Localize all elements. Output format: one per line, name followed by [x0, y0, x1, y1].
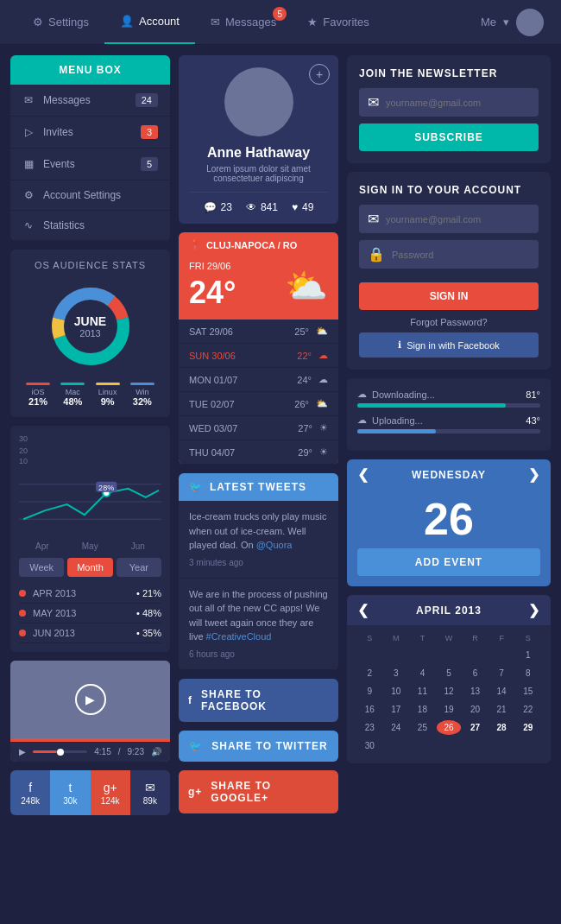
cal-day[interactable]: 6 [463, 666, 488, 680]
add-button[interactable]: + [309, 64, 330, 85]
facebook-icon: f [28, 781, 32, 794]
tweet-link-1[interactable]: @Quora [256, 540, 293, 550]
stats-apr: APR 2013 • 21% [19, 584, 161, 604]
cal-day[interactable]: 17 [384, 702, 409, 717]
tab-year[interactable]: Year [117, 558, 161, 577]
volume-icon[interactable]: 🔊 [151, 747, 161, 756]
video-screen: ▶ [10, 661, 170, 738]
menu-account-settings-label: Account Settings [43, 189, 121, 201]
weather-temp: 24° [189, 275, 236, 311]
cal-day[interactable]: 18 [410, 702, 435, 717]
cal-day[interactable]: 20 [463, 702, 488, 717]
nav-me[interactable]: Me ▾ [481, 9, 544, 36]
cal-day[interactable]: 4 [410, 666, 435, 680]
cal-day[interactable]: 29 [515, 720, 540, 735]
calendar-header: ❮ WEDNESDAY ❯ [347, 459, 551, 490]
statistics-icon: ∿ [22, 219, 35, 231]
subscribe-button[interactable]: SUBSCRIBE [359, 123, 539, 151]
cal-day[interactable]: 24 [384, 720, 409, 735]
profile-likes: ♥ 49 [292, 201, 313, 213]
tab-week[interactable]: Week [19, 558, 64, 577]
forgot-password-link[interactable]: Forgot Password? [359, 317, 539, 327]
video-controls: ▶ 4:15 / 9:23 🔊 [10, 742, 170, 762]
social-twitter[interactable]: t 30k [50, 770, 90, 815]
mini-cal-prev[interactable]: ❮ [357, 602, 369, 618]
tweet-text-1: Ice-cream trucks only play music when ou… [189, 511, 327, 550]
mini-calendar-title: APRIL 2013 [416, 604, 482, 617]
cal-day[interactable]: 27 [463, 720, 488, 735]
download-label: Downloading... [372, 389, 435, 400]
signin-password-input[interactable] [392, 250, 530, 260]
mini-calendar: ❮ APRIL 2013 ❯ S M T W R F S [347, 595, 551, 763]
nav-favorites[interactable]: ★ Favorites [292, 0, 384, 44]
cal-day[interactable]: 10 [384, 684, 409, 699]
calendar-prev[interactable]: ❮ [357, 466, 369, 483]
play-icon[interactable]: ▶ [19, 747, 26, 756]
upload-label: Uploading... [372, 415, 423, 426]
cal-day[interactable]: 16 [357, 702, 382, 717]
left-column: MENU BOX ✉ Messages 24 ▷ Invites 3 ▦ Eve… [10, 55, 170, 815]
menu-events[interactable]: ▦ Events 5 [10, 149, 170, 180]
main-content: MENU BOX ✉ Messages 24 ▷ Invites 3 ▦ Eve… [0, 45, 561, 826]
signin-email-input[interactable] [386, 214, 530, 225]
middle-column: + Anne Hathaway Lorem ipsum dolor sit am… [179, 55, 338, 815]
cal-today[interactable]: 26 [437, 720, 462, 735]
cal-day[interactable]: 7 [489, 666, 514, 680]
cal-day[interactable]: 3 [384, 666, 409, 680]
newsletter-email-input[interactable] [386, 98, 530, 108]
newsletter-title: JOIN THE NEWSLETTER [359, 67, 539, 79]
share-twitter-button[interactable]: 🐦 SHARE TO TWITTER [179, 731, 338, 762]
messages-icon: ✉ [22, 94, 35, 106]
facebook-signin-button[interactable]: ℹ Sign in with Facebook [359, 332, 539, 358]
cal-day[interactable]: 23 [357, 720, 382, 735]
nav-account[interactable]: 👤 Account [104, 0, 195, 44]
facebook-signin-icon: ℹ [398, 339, 401, 351]
nav-messages[interactable]: ✉ Messages 5 [195, 0, 292, 44]
add-event-button[interactable]: ADD EVENT [357, 548, 540, 576]
cal-day[interactable]: 11 [410, 684, 435, 699]
tab-month[interactable]: Month [67, 558, 112, 577]
right-column: JOIN THE NEWSLETTER ✉ SUBSCRIBE SIGN IN … [347, 55, 551, 815]
mini-cal-next[interactable]: ❯ [528, 602, 540, 618]
stats-jun: JUN 2013 • 35% [19, 623, 161, 643]
cal-day[interactable]: 8 [515, 666, 540, 680]
cal-day[interactable]: 25 [410, 720, 435, 735]
play-button[interactable]: ▶ [75, 684, 106, 715]
os-linux: Linux 9% [96, 383, 120, 407]
cal-day[interactable]: 2 [357, 666, 382, 680]
cal-day[interactable]: 12 [437, 684, 462, 699]
social-facebook[interactable]: f 248k [10, 770, 50, 815]
cal-day[interactable]: 19 [437, 702, 462, 717]
calendar-next[interactable]: ❯ [528, 466, 540, 483]
cal-day[interactable]: 21 [489, 702, 514, 717]
menu-invites[interactable]: ▷ Invites 3 [10, 117, 170, 149]
share-google-button[interactable]: g+ SHARE TO GOOGLE+ [179, 770, 338, 813]
cal-day[interactable]: 30 [357, 738, 382, 753]
mac-pct: 48% [60, 396, 85, 407]
weather-location-text: CLUJ-NAPOCA / RO [206, 240, 297, 250]
cal-day[interactable]: 5 [437, 666, 462, 680]
cal-day[interactable]: 15 [515, 684, 540, 699]
social-email[interactable]: ✉ 89k [130, 770, 170, 815]
menu-messages[interactable]: ✉ Messages 24 [10, 85, 170, 117]
share-facebook-button[interactable]: f SHARE TO FACEBOOK [179, 679, 338, 722]
cal-day[interactable]: 13 [463, 684, 488, 699]
cal-day[interactable]: 1 [515, 648, 540, 662]
audience-stats-title: OS AUDIENCE STATS [21, 260, 160, 270]
menu-account-settings[interactable]: ⚙ Account Settings [10, 180, 170, 211]
cal-day[interactable]: 22 [515, 702, 540, 717]
settings-icon: ⚙ [33, 16, 43, 28]
cal-day[interactable]: 28 [489, 720, 514, 735]
download-progress: ☁ Downloading... 81° [357, 389, 540, 408]
nav-settings[interactable]: ⚙ Settings [17, 0, 104, 44]
cal-day[interactable]: 14 [489, 684, 514, 699]
tweet-item-1: Ice-cream trucks only play music when ou… [179, 501, 338, 579]
signin-button[interactable]: SIGN IN [359, 282, 539, 310]
video-progress-bar[interactable] [33, 750, 87, 753]
mac-label: Mac [60, 388, 85, 396]
cal-day[interactable]: 9 [357, 684, 382, 699]
comments-count: 23 [221, 201, 232, 213]
tweet-link-2[interactable]: #CreativeCloud [206, 631, 272, 642]
menu-statistics[interactable]: ∿ Statistics [10, 211, 170, 241]
social-google[interactable]: g+ 124k [91, 770, 130, 815]
